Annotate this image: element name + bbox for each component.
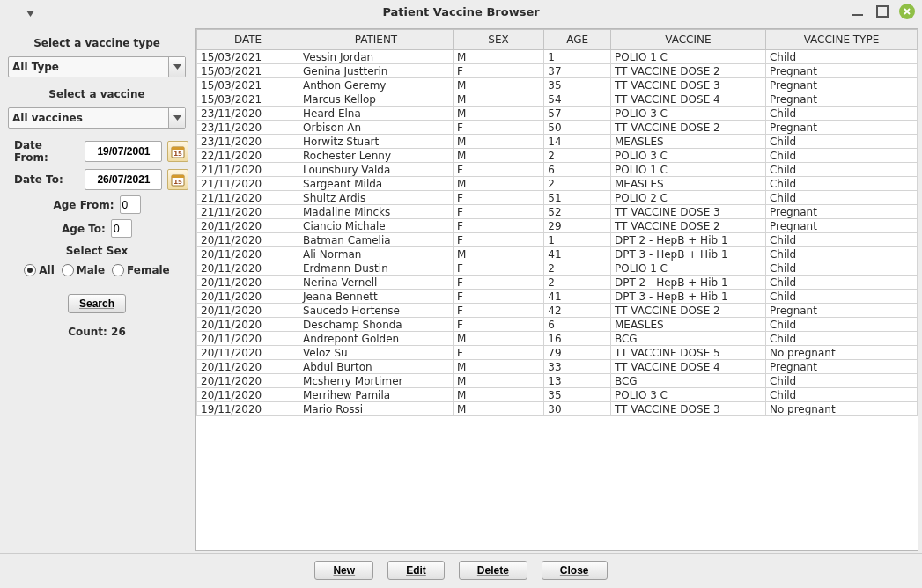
table-row[interactable]: 22/11/2020Rochester LennyM2POLIO 3 CChil…: [197, 149, 918, 163]
table-row[interactable]: 20/11/2020Andrepont GoldenM16BCGChild: [197, 332, 918, 346]
col-header-date[interactable]: DATE: [197, 30, 299, 50]
cell-vaccine: MEASLES: [610, 135, 765, 149]
close-button[interactable]: Close: [542, 561, 608, 580]
table-row[interactable]: 15/03/2021Genina JustterinF37TT VACCINE …: [197, 64, 918, 78]
table-row[interactable]: 20/11/2020Ciancio MichaleF29TT VACCINE D…: [197, 219, 918, 233]
table-row[interactable]: 21/11/2020Shultz ArdisF51POLIO 2 CChild: [197, 191, 918, 205]
vaccine-label: Select a vaccine: [5, 88, 188, 100]
table-row[interactable]: 21/11/2020Lounsbury ValdaF6POLIO 1 CChil…: [197, 163, 918, 177]
cell-date: 15/03/2021: [197, 64, 299, 78]
age-to-input[interactable]: [111, 219, 132, 238]
new-button[interactable]: New: [314, 561, 373, 580]
maximize-button[interactable]: [874, 4, 890, 19]
calendar-icon: 15: [171, 144, 185, 158]
cell-sex: F: [453, 346, 543, 360]
cell-age: 57: [544, 107, 611, 121]
sex-radio-female[interactable]: Female: [112, 264, 170, 276]
cell-date: 20/11/2020: [197, 233, 299, 247]
table-row[interactable]: 20/11/2020Veloz SuF79TT VACCINE DOSE 5No…: [197, 346, 918, 360]
cell-date: 20/11/2020: [197, 247, 299, 261]
cell-type: No pregnant: [765, 402, 917, 416]
table-row[interactable]: 23/11/2020Horwitz StuartM14MEASLESChild: [197, 135, 918, 149]
sex-radio-all[interactable]: All: [24, 264, 55, 276]
table-row[interactable]: 21/11/2020Sargeant MildaM2MEASLESChild: [197, 177, 918, 191]
age-to-label: Age To:: [62, 223, 106, 235]
table-row[interactable]: 20/11/2020Erdmann DustinF2POLIO 1 CChild: [197, 261, 918, 276]
cell-sex: M: [453, 360, 543, 374]
cell-date: 15/03/2021: [197, 50, 299, 64]
cell-sex: M: [453, 107, 543, 121]
svg-marker-3: [173, 64, 181, 70]
table-row[interactable]: 20/11/2020Jeana BennettF41DPT 3 - HepB +…: [197, 290, 918, 304]
cell-sex: M: [453, 374, 543, 388]
calendar-icon: 15: [171, 173, 185, 187]
radio-icon: [112, 264, 124, 276]
table-row[interactable]: 20/11/2020Abdul BurtonM33TT VACCINE DOSE…: [197, 360, 918, 374]
sex-radio-male[interactable]: Male: [62, 264, 105, 276]
cell-sex: M: [453, 78, 543, 92]
cell-age: 2: [544, 261, 611, 276]
cell-date: 21/11/2020: [197, 177, 299, 191]
table-row[interactable]: 23/11/2020Heard ElnaM57POLIO 3 CChild: [197, 107, 918, 121]
vaccine-dropdown[interactable]: All vaccines: [8, 107, 186, 129]
vaccine-type-dropdown[interactable]: All Type: [8, 56, 186, 77]
table-row[interactable]: 20/11/2020Deschamp ShondaF6MEASLESChild: [197, 318, 918, 332]
date-to-input[interactable]: [85, 169, 162, 190]
cell-patient: Ciancio Michale: [299, 219, 454, 233]
table-row[interactable]: 23/11/2020Orbison AnF50TT VACCINE DOSE 2…: [197, 121, 918, 135]
table-row[interactable]: 20/11/2020Saucedo HortenseF42TT VACCINE …: [197, 304, 918, 318]
cell-sex: F: [453, 163, 543, 177]
sex-label: Select Sex: [5, 245, 188, 257]
edit-button[interactable]: Edit: [387, 561, 445, 580]
table-row[interactable]: 15/03/2021Marcus KellopM54TT VACCINE DOS…: [197, 92, 918, 107]
chevron-down-icon[interactable]: [168, 57, 185, 77]
col-header-patient[interactable]: PATIENT: [299, 30, 454, 50]
cell-age: 37: [544, 64, 611, 78]
cell-sex: F: [453, 318, 543, 332]
cell-age: 54: [544, 92, 611, 107]
search-button[interactable]: Search: [68, 294, 126, 313]
col-header-age[interactable]: AGE: [544, 30, 611, 50]
count-label: Count: 26: [5, 326, 188, 338]
cell-type: Pregnant: [765, 205, 917, 219]
date-from-calendar-button[interactable]: 15: [167, 141, 188, 162]
cell-age: 16: [544, 332, 611, 346]
table-row[interactable]: 15/03/2021Vessin JordanM1POLIO 1 CChild: [197, 50, 918, 64]
col-header-sex[interactable]: SEX: [453, 30, 543, 50]
cell-vaccine: DPT 3 - HepB + Hib 1: [610, 290, 765, 304]
cell-patient: Vessin Jordan: [299, 50, 454, 64]
cell-age: 33: [544, 360, 611, 374]
cell-date: 21/11/2020: [197, 163, 299, 177]
cell-patient: Veloz Su: [299, 346, 454, 360]
cell-age: 52: [544, 205, 611, 219]
table-row[interactable]: 20/11/2020Merrihew PamilaM35POLIO 3 CChi…: [197, 388, 918, 402]
table-row[interactable]: 15/03/2021Anthon GeremyM35TT VACCINE DOS…: [197, 78, 918, 92]
minimize-button[interactable]: [850, 4, 866, 19]
col-header-vaccine-type[interactable]: VACCINE TYPE: [765, 30, 917, 50]
table-row[interactable]: 20/11/2020Batman CameliaF1DPT 2 - HepB +…: [197, 233, 918, 247]
col-header-vaccine[interactable]: VACCINE: [610, 30, 765, 50]
cell-type: Child: [765, 247, 917, 261]
delete-button[interactable]: Delete: [459, 561, 527, 580]
cell-type: Child: [765, 332, 917, 346]
close-window-button[interactable]: [899, 4, 915, 19]
table-row[interactable]: 21/11/2020Madaline MincksF52TT VACCINE D…: [197, 205, 918, 219]
date-from-input[interactable]: [85, 141, 162, 162]
cell-patient: Erdmann Dustin: [299, 261, 454, 276]
date-to-calendar-button[interactable]: 15: [167, 169, 188, 190]
table-row[interactable]: 20/11/2020Ali NormanM41DPT 3 - HepB + Hi…: [197, 247, 918, 261]
chevron-down-icon[interactable]: [168, 108, 185, 128]
table-row[interactable]: 20/11/2020Mcsherry MortimerM13BCGChild: [197, 374, 918, 388]
cell-vaccine: DPT 2 - HepB + Hib 1: [610, 276, 765, 290]
table-row[interactable]: 19/11/2020Mario RossiM30TT VACCINE DOSE …: [197, 402, 918, 416]
vaccine-value: All vaccines: [12, 112, 83, 124]
cell-vaccine: MEASLES: [610, 318, 765, 332]
footer-toolbar: New Edit Delete Close: [0, 554, 922, 587]
cell-vaccine: TT VACCINE DOSE 2: [610, 121, 765, 135]
age-from-input[interactable]: [120, 195, 141, 214]
cell-vaccine: POLIO 2 C: [610, 191, 765, 205]
cell-patient: Mario Rossi: [299, 402, 454, 416]
cell-date: 15/03/2021: [197, 78, 299, 92]
table-row[interactable]: 20/11/2020Nerina VernellF2DPT 2 - HepB +…: [197, 276, 918, 290]
results-table-container[interactable]: DATE PATIENT SEX AGE VACCINE VACCINE TYP…: [195, 28, 918, 551]
